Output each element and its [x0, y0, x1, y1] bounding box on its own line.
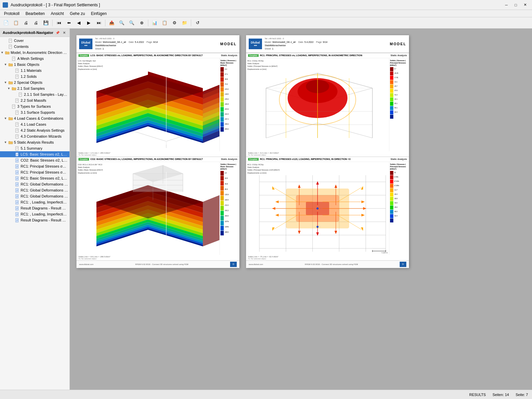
tree-label-soil-samples: 2.1 Soil Samples — [17, 86, 45, 90]
tree-item-rc1-global-uz1[interactable]: RC1: Global Deformations uz, Loa... — [0, 181, 69, 187]
tree-item-basic-obj[interactable]: ▼1 Basic Objects — [0, 62, 69, 67]
tree-icon-rc1-principal-2 — [15, 170, 20, 175]
tb-open[interactable]: 📋 — [11, 19, 21, 27]
tree-label-load-cases-sub: 4.1 Load Cases — [21, 122, 46, 126]
nav-pin-icon[interactable]: 📌 — [55, 30, 60, 35]
svg-rect-4 — [9, 45, 12, 49]
tree-item-contents[interactable]: Contents — [0, 44, 69, 50]
tree-item-load-cases-sub[interactable]: 4.1 Load Cases — [0, 121, 69, 127]
rc1-viz-main: RC1: CO2/p: RC5/p Static Analysis Solids… — [246, 58, 389, 151]
tree-item-model[interactable]: ▼Model, In Axonometric Direction by Defa… — [0, 50, 69, 56]
svg-point-226 — [317, 226, 319, 228]
page-date-left: 5.4.2022 — [135, 41, 144, 43]
tb-new[interactable]: 📄 — [1, 19, 11, 27]
tree-item-materials[interactable]: 1.1 Materials — [0, 67, 69, 73]
tb-prev[interactable]: ◀ — [74, 19, 83, 27]
tree-item-types-surfaces[interactable]: 3 Types for Surfaces — [0, 103, 69, 109]
tree-icon-soil-samples — [11, 86, 17, 91]
section-rc1-header: Couples RC1: PRINCIPAL STRESSES σv, LOAD… — [246, 53, 409, 58]
co2-footer-obj: To: No selected object — [78, 258, 96, 260]
content-area[interactable]: Dlubal ■■■ Tel: +49 9x/3 1003 - 0 Model:… — [70, 29, 532, 390]
svg-rect-68 — [16, 177, 18, 180]
tree-item-special-obj[interactable]: ▼2 Special Objects — [0, 79, 69, 85]
app-icon — [3, 2, 8, 8]
tree-item-soil-samples[interactable]: ▼2.1 Soil Samples — [0, 85, 69, 91]
tree-label-load-cases: 4 Load Cases & Combinations — [14, 116, 64, 120]
tree-label-rc1-loading-2: RC1: , Loading, Imperfections, I... — [21, 212, 68, 216]
tree-icon-surface-supports — [15, 110, 20, 115]
tb-prev2[interactable]: ⬅ — [64, 19, 73, 27]
tree-item-result-diagrams1[interactable]: Result Diagrams - Result Section ... — [0, 205, 69, 211]
navigator-title: Ausdruckprotokoll-Navigator — [3, 31, 53, 35]
svg-rect-16 — [16, 75, 18, 78]
tree-item-static-results[interactable]: ▼5 Static Analysis Results — [0, 139, 69, 145]
tree-item-lcs-basic-stresses[interactable]: LCS: Basic Stresses σ2, Loading, I... — [0, 151, 69, 157]
tree-item-rc1-principal-2[interactable]: RC1: Principal Stresses σ123, Loa... — [0, 169, 69, 175]
navigator-panel: Ausdruckprotokoll-Navigator 📌 ✕ CoverCon… — [0, 29, 70, 390]
tree-label-result-diagrams1: Result Diagrams - Result Section ... — [21, 206, 68, 210]
section-co2-tag: Couples — [78, 158, 89, 161]
co2-viz-main: CO2: RC1+1.5C2+0.38 * RC3 Static Analysi… — [76, 162, 219, 255]
menu-einfugen[interactable]: Einfügen — [88, 11, 109, 17]
tree-label-result-diagrams2: Result Diagrams - Result Section ... — [21, 218, 68, 222]
tb-zoom-out[interactable]: 🔍 — [117, 19, 126, 27]
tree-item-rc1-principal[interactable]: RC1: Principal Stresses σ3, Loadin... — [0, 163, 69, 169]
tree-item-rc1-global-uz2[interactable]: RC1: Global Deformations uz, Loa... — [0, 187, 69, 193]
tree-item-combo-wizards[interactable]: 4.3 Combination Wizards — [0, 133, 69, 139]
tree-item-surface-supports[interactable]: 3.1 Surface Supports — [0, 109, 69, 115]
nav-close-icon[interactable]: ✕ — [62, 30, 67, 35]
tree-item-summary[interactable]: 5.1 Summary — [0, 145, 69, 151]
tree-item-rc1-loading[interactable]: RC1: , Loading, Imperfections, I... — [0, 199, 69, 205]
tb-refresh[interactable]: ↺ — [193, 19, 202, 27]
co2-viz-info: CO2: RC1+1.5C2+0.38 * RC3 Static Analysi… — [78, 163, 103, 174]
tb-export[interactable]: 📤 — [107, 19, 116, 27]
tree-expand-soil-samples: ▼ — [7, 87, 11, 90]
tb-settings[interactable]: ⚙ — [170, 19, 179, 27]
minimize-button[interactable]: ─ — [502, 2, 511, 8]
tree-item-soil-layers[interactable]: 2.1.1 Soil Samples - Layers — [0, 91, 69, 97]
tb-print2[interactable]: 🖨 — [31, 19, 41, 27]
tree-expand-model: ▼ — [1, 51, 5, 54]
tree-item-static-settings[interactable]: 4.2 Static Analysis Settings — [0, 127, 69, 133]
lcs-svg — [76, 58, 219, 151]
tree-label-static-results: 5 Static Analysis Results — [14, 140, 54, 144]
tb-export2[interactable]: 📁 — [180, 19, 189, 27]
tree-item-cover[interactable]: Cover — [0, 38, 69, 44]
section-co2-title: CO2: BASIC STRESSES σv, LOADING, IMPERFE… — [90, 158, 221, 160]
tb-print[interactable]: 🖨 — [21, 19, 31, 27]
tree-item-load-cases[interactable]: ▼4 Load Cases & Combinations — [0, 115, 69, 121]
svg-rect-8 — [12, 57, 15, 61]
window-controls: ─ □ ✕ — [502, 2, 529, 8]
tree-label-rc1-basic: RC1: Basic Stresses σ2, Loading, ... — [21, 176, 68, 180]
menu-ansicht[interactable]: Ansicht — [48, 11, 66, 17]
menu-protokoll[interactable]: Protokoll — [1, 11, 22, 17]
tb-save[interactable]: 💾 — [41, 19, 51, 27]
tree-item-rc1-basic[interactable]: RC1: Basic Stresses σ2, Loading, ... — [0, 175, 69, 181]
tb-view2[interactable]: 📋 — [160, 19, 169, 27]
tree-item-co2-basic[interactable]: CO2: Basic Stresses σ2, Loading, ... — [0, 157, 69, 163]
tb-view1[interactable]: 📊 — [150, 19, 159, 27]
tree-item-solids[interactable]: 1.2 Solids — [0, 73, 69, 79]
tb-zoom-fit[interactable]: ⊕ — [137, 19, 146, 27]
tb-last[interactable]: ⏭ — [94, 19, 103, 27]
menu-bearbeiten[interactable]: Bearbeiten — [23, 11, 48, 17]
tree-icon-materials — [15, 68, 20, 73]
page-model-label: Model: — [95, 41, 103, 43]
tree-label-rc1-global-uz1: RC1: Global Deformations uz, Loa... — [21, 182, 68, 186]
page-header-right: Dlubal ■■■ Tel: +49 9x/3 1003 - 0 Model:… — [246, 35, 409, 53]
tree-item-soil-massifs[interactable]: 2.2 Soil Massifs — [0, 97, 69, 103]
menu-gehe-zu[interactable]: Gehe zu — [67, 11, 87, 17]
tree-item-rc1-loading-2[interactable]: RC1: , Loading, Imperfections, I... — [0, 211, 69, 217]
tree-item-result-diagrams2[interactable]: Result Diagrams - Result Section ... — [0, 217, 69, 223]
tree-icon-static-settings — [15, 128, 20, 133]
tb-next[interactable]: ▶ — [84, 19, 93, 27]
maximize-button[interactable]: □ — [511, 2, 520, 8]
arrows-viz-area: RC1: CO2/p: RC5/p Static Analysis Solids… — [246, 162, 409, 255]
section-rc1-dome: Couples RC1: PRINCIPAL STRESSES σv, LOAD… — [246, 53, 409, 157]
tree-item-mesh[interactable]: A Mesh Settings — [0, 56, 69, 62]
tree-item-rc1-global-uz3[interactable]: RC1: Global Deformations uz, Loa... — [0, 193, 69, 199]
close-button[interactable]: ✕ — [521, 2, 529, 8]
tb-zoom-in[interactable]: 🔍 — [127, 19, 136, 27]
co2-footer: Solids [ min = -8.8 ] min = -288.5 kN/m²… — [76, 255, 239, 260]
tb-first[interactable]: ⏮ — [54, 19, 64, 27]
